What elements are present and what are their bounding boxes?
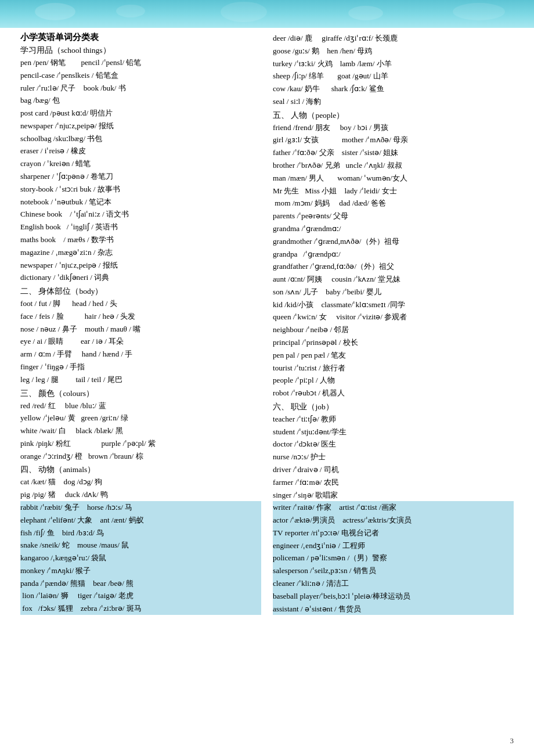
- word-line: principal /ˈprinsəpəl / 校长: [273, 336, 514, 349]
- word-line: yellow /ˈjeləu/ 黄 green /griːn/ 绿: [20, 412, 261, 424]
- word-line: red /red/ 红 blue /bluː/ 蓝: [20, 399, 261, 412]
- word-line: nose / nəuz / 鼻子 mouth / mauθ / 嘴: [20, 323, 261, 336]
- word-line: friend /frend/ 朋友 boy / bɔi / 男孩: [273, 121, 514, 134]
- category-school-things: 学习用品（school things）: [20, 45, 261, 56]
- word-line: notebook / ˈnəutbuk / 笔记本: [20, 196, 261, 208]
- word-line: pen /pen/ 钢笔 pencil /ˈpensl/ 铅笔: [20, 56, 261, 69]
- word-line: post card /pəust kɑːd/ 明信片: [20, 107, 261, 120]
- category-job: 六、 职业（job）: [273, 402, 514, 412]
- word-line-miss: Mr 先生 Miss 小姐 lady /ˈleidi/ 女士: [273, 185, 514, 197]
- word-line-tv-reporter: TV reporter /riˈpɔːtə/ 电视台记者: [273, 527, 514, 539]
- word-line-fox: fox /fɔks/ 狐狸 zebra /ˈziːbrə/ 斑马: [20, 602, 261, 615]
- word-line: farmer /ˈfɑːmə/ 农民: [273, 476, 514, 489]
- word-line: pink /piŋk/ 粉红 purple /ˈpəːpl/ 紫: [20, 437, 261, 450]
- word-line: grandmother /ˈɡrænd,mʌðə/（外）祖母: [273, 235, 514, 248]
- word-line: foot / fut / 脚 head / hed / 头: [20, 297, 261, 310]
- word-line-kangaroo: kangaroo /ˌkæŋgəˈruː/ 袋鼠: [20, 552, 261, 564]
- word-line: nurse /nɔːs/ 护士: [273, 451, 514, 463]
- word-line: student /ˈstjuːdənt/学生: [273, 426, 514, 438]
- category-colours: 三、 颜色（colours）: [20, 388, 261, 399]
- word-line-policeman: policeman / pəˈliːsmən /（男）警察: [273, 552, 514, 564]
- word-line: newspaper / ˈnjuːz,peipə / 报纸: [20, 259, 261, 272]
- category-people: 五、 人物（people）: [273, 110, 514, 121]
- right-column: deer /diə/ 鹿 giraffe /dʒiˈrɑːf/ 长颈鹿 goos…: [273, 32, 514, 615]
- word-line-panda: panda /ˈpændə/ 熊猫 bear /beə/ 熊: [20, 577, 261, 590]
- word-line: newspaper /ˈnjuːz,peipə/ 报纸: [20, 120, 261, 132]
- word-line: ruler /ˈruːlə/ 尺子 book /buk/ 书: [20, 82, 261, 95]
- word-line-rabbit: rabbit /ˈræbit/ 兔子 horse /hɔːs/ 马: [20, 501, 261, 514]
- word-line-salesperson: salesperson /ˈseilz,pɜːsn / 销售员: [273, 564, 514, 577]
- word-line: girl /gɜːl/ 女孩 mother /ˈmʌðə/ 母亲: [273, 134, 514, 146]
- word-line-maths-book: maths book / mæθs / 数学书: [20, 233, 261, 246]
- word-line: grandfather /ˈɡrænd,fɑːðə/（外）祖父: [273, 260, 514, 273]
- word-line: pencil-case /ˈpenslkeis / 铅笔盒: [20, 69, 261, 82]
- word-line: man /mæn/ 男人 woman/ ˈwumən/女人: [273, 172, 514, 185]
- page-title: 小学英语单词分类表: [20, 32, 261, 43]
- word-line: finger / ˈfiŋgə / 手指: [20, 361, 261, 373]
- word-line: cow /kau/ 奶牛 shark /ʃɑːk/ 鲨鱼: [273, 82, 514, 95]
- word-line: parents /ˈpeərənts/ 父母: [273, 210, 514, 222]
- word-line: neighbour /ˈneibə / 邻居: [273, 323, 514, 336]
- word-line: teacher /ˈtiːtʃə/ 教师: [273, 413, 514, 426]
- word-line: singer /ˈsiŋə/ 歌唱家: [273, 489, 514, 502]
- word-line: white /wait/ 白 black /blæk/ 黑: [20, 424, 261, 437]
- category-animals: 四、 动物（animals）: [20, 465, 261, 475]
- word-line-snake: snake /sneik/ 蛇 mouse /maus/ 鼠: [20, 539, 261, 552]
- word-line: seal / siːl / 海豹: [273, 95, 514, 108]
- word-line: orange /ˈɔːrindʒ/ 橙 brown /ˈbraun/ 棕: [20, 450, 261, 463]
- word-line: magazine / ˌmægəˈziːn / 杂志: [20, 246, 261, 259]
- word-line: turkey /ˈtɜːki/ 火鸡 lamb /læm/ 小羊: [273, 57, 514, 70]
- word-line: schoolbag /skuːlbæg/ 书包: [20, 132, 261, 145]
- word-line: deer /diə/ 鹿 giraffe /dʒiˈrɑːf/ 长颈鹿: [273, 32, 514, 45]
- category-body: 二、 身体部位（body）: [20, 286, 261, 297]
- word-line: grandpa /ˈɡrændpɑː/: [273, 248, 514, 261]
- word-line: kid /kid/小孩 classmate/ˈklɑːsmeɪt /同学: [273, 298, 514, 311]
- word-line: people /ˈpiːpl / 人物: [273, 374, 514, 387]
- word-line: grandma /ˈɡrændmɑː/: [273, 222, 514, 235]
- word-line: pen pal / pen pæl / 笔友: [273, 349, 514, 362]
- word-line: eraser / iˈreisə / 橡皮: [20, 145, 261, 157]
- word-line: cat /kæt/ 猫 dog /dɔg/ 狗: [20, 476, 261, 488]
- word-line-english-book: English book / ˈiŋgliʃ / 英语书: [20, 221, 261, 233]
- word-line-assistant: assistant / əˈsistənt / 售货员: [273, 603, 514, 615]
- word-line: arm / ɑːm / 手臂 hand / hænd / 手: [20, 348, 261, 361]
- word-line-baseball-player: baseball player/ˈbeis,bɔːl ˈpleiə/棒球运动员: [273, 590, 514, 603]
- word-line-lion: lion /ˈlaiən/ 狮 tiger /ˈtaigə/ 老虎: [20, 589, 261, 602]
- word-line: tourist /ˈtuːrist / 旅行者: [273, 362, 514, 375]
- word-line: Chinese book / ˈtʃaiˈniːz / 语文书: [20, 208, 261, 221]
- page-number: 3: [510, 736, 514, 746]
- word-line: bag /bæg/ 包: [20, 94, 261, 107]
- word-line: queen /ˈkwiːn/ 女 visitor /ˈvizitə/ 参观者: [273, 311, 514, 323]
- word-line-cleaner: cleaner /ˈkliːnə / 清洁工: [273, 577, 514, 590]
- word-line: doctor /ˈdɔktə/ 医生: [273, 438, 514, 451]
- word-line: sheep /ʃiːp/ 绵羊 goat /gəut/ 山羊: [273, 70, 514, 82]
- word-line: face / feis / 脸 hair / heə / 头发: [20, 310, 261, 323]
- word-line: dictionary / ˈdikʃəneri / 词典: [20, 271, 261, 284]
- word-line-monkey: monkey /ˈmʌŋki/ 猴子: [20, 564, 261, 577]
- word-line: crayon / ˈkreiən / 蜡笔: [20, 157, 261, 170]
- word-line-writer: writer /ˈraitə/ 作家 artist /ˈɑːtist /画家: [273, 501, 514, 514]
- word-line: father /ˈfɑːðə/ 父亲 sister /ˈsistə/ 姐妹: [273, 146, 514, 159]
- word-line-actor: actor /ˈæktə/男演员 actress/ˈæktris/女演员: [273, 514, 514, 527]
- word-line: eye / ai / 眼睛 ear / iə / 耳朵: [20, 335, 261, 348]
- word-line: driver /ˈdraivə / 司机: [273, 463, 514, 476]
- word-line-fish: fish /fiʃ/ 鱼 bird /bɜːd/ 鸟: [20, 527, 261, 539]
- word-line-elephant: elephant /ˈelifənt/ 大象 ant /ænt/ 蚂蚁: [20, 514, 261, 527]
- word-line-engineer: engineer /ˌendʒiˈniə / 工程师: [273, 539, 514, 552]
- word-line: pig /pig/ 猪 duck /dʌk/ 鸭: [20, 488, 261, 501]
- word-line: goose /guːs/ 鹅 hen /hen/ 母鸡: [273, 45, 514, 57]
- left-column: 小学英语单词分类表 学习用品（school things） pen /pen/ …: [20, 32, 261, 615]
- word-line: story-book / ˈstɔːri buk / 故事书: [20, 183, 261, 196]
- word-line: robot /ˈrəubɔt / 机器人: [273, 387, 514, 399]
- word-line: brother /ˈbrʌðə/ 兄弟 uncle /ˈʌŋkl/ 叔叔: [273, 159, 514, 172]
- word-line: aunt /ɑːnt/ 阿姨 cousin /ˈkʌzn/ 堂兄妹: [273, 273, 514, 286]
- word-line: son /sʌn/ 儿子 baby /ˈbeibi/ 婴儿: [273, 286, 514, 298]
- word-line: leg / leg / 腿 tail / teil / 尾巴: [20, 373, 261, 386]
- word-line: sharpener / ˈʃɑːpənə / 卷笔刀: [20, 170, 261, 183]
- word-line: mom /mɔm/ 妈妈 dad /dæd/ 爸爸: [273, 197, 514, 210]
